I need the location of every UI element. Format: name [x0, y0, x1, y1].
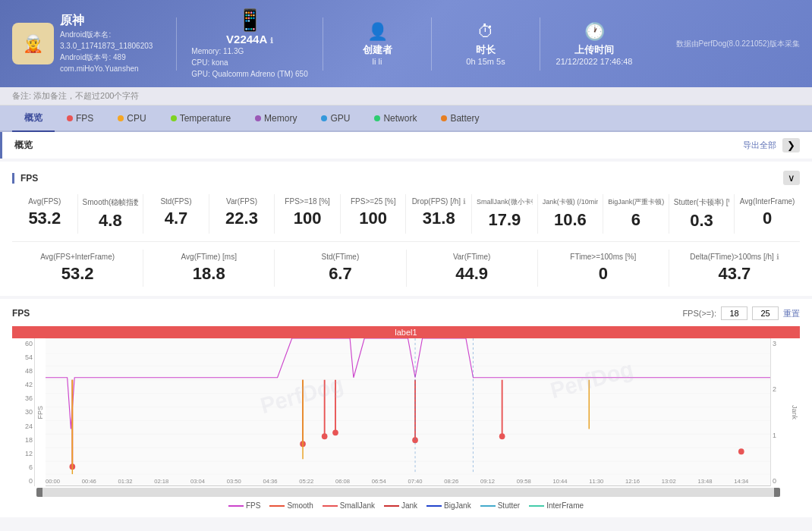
fps-chart-section: FPS FPS(>=): 重置 label1 60 54 48 42 36 30 [0, 299, 812, 517]
svg-text:03:50: 03:50 [227, 478, 242, 485]
device-section: 📱 V2244A ℹ Memory: 11.3G CPU: kona GPU: … [189, 8, 310, 80]
svg-text:PerfDog: PerfDog [548, 357, 636, 404]
legend-bigjank-dot [426, 505, 442, 507]
svg-text:10:44: 10:44 [553, 478, 568, 485]
stat-std-fps: Std(FPS) 4.7 [143, 194, 209, 234]
svg-text:09:12: 09:12 [480, 478, 495, 485]
main-content: 概览 导出全部 ❯ FPS ∨ Avg(FPS) 53.2 Smooth(稳帧指… [0, 132, 812, 531]
tab-fps[interactable]: FPS [55, 107, 105, 130]
stat-bigjank: BigJank(严重卡顿) (/10min) ℹ 6 [603, 194, 669, 234]
stat-avg-interframe: Avg(InterFrame) 0 [735, 194, 800, 234]
app-name: 原神 [60, 13, 153, 29]
legend-smalljank: SmallJank [323, 501, 375, 510]
tab-overview[interactable]: 概览 [12, 105, 55, 132]
chart-title: FPS [12, 308, 30, 319]
stat-smalljank: SmallJank(微小卡顿) (/10min) ℹ 17.9 [472, 194, 538, 234]
device-specs: Memory: 11.3G CPU: kona GPU: Qualcomm Ad… [191, 46, 307, 80]
phone-icon: 📱 [237, 8, 263, 33]
svg-point-22 [499, 433, 505, 439]
temp-dot [171, 115, 177, 121]
legend-smooth-dot [269, 505, 285, 507]
stat-var-fps: Var(FPS) 22.3 [209, 194, 275, 234]
fps-line [46, 338, 770, 429]
network-dot [374, 115, 380, 121]
chart-wrapper: label1 60 54 48 42 36 30 24 18 12 6 0 F [12, 326, 800, 497]
stat-smooth: Smooth(稳帧指数) ℹ 4.8 [78, 194, 144, 234]
app-header: 🧝 原神 Android版本名: 3.3.0_11741873_11806203… [0, 0, 812, 87]
divider4 [540, 17, 540, 71]
chart-legend: FPS Smooth SmallJank Jank BigJank Stutte… [12, 501, 800, 510]
legend-stutter-dot [480, 505, 496, 507]
chevron-button[interactable]: ❯ [782, 138, 800, 152]
export-button[interactable]: 导出全部 [743, 140, 776, 151]
notes-bar[interactable]: 备注: 添加备注，不超过200个字符 [0, 87, 812, 105]
upload-stat: 🕐 上传时间 21/12/2022 17:46:48 [552, 22, 636, 66]
svg-text:12:16: 12:16 [625, 478, 640, 485]
stat-ftime-ge100: FTime>=100ms [%] 0 [538, 250, 669, 287]
stat-fps-ge25: FPS>=25 [%] 100 [341, 194, 407, 234]
svg-text:05:22: 05:22 [299, 478, 313, 485]
overview-title: 概览 [14, 139, 33, 152]
stat-avg-fps-inter: Avg(FPS+InterFrame) 53.2 [12, 250, 143, 287]
scrollbar-left-handle[interactable] [36, 488, 42, 497]
tab-memory[interactable]: Memory [243, 107, 309, 130]
svg-text:00:46: 00:46 [82, 478, 96, 485]
duration-stat: ⏱ 时长 0h 15m 5s [444, 22, 527, 66]
fps-threshold-input-1[interactable] [721, 306, 747, 320]
y-axis-right: 3 2 1 0 [770, 338, 789, 486]
creator-icon: 👤 [367, 22, 388, 42]
svg-text:06:54: 06:54 [372, 478, 387, 485]
memory-dot [255, 115, 261, 121]
svg-point-28 [738, 448, 744, 454]
y-axis-right-label: Jank [789, 404, 800, 421]
tab-network[interactable]: Network [362, 107, 429, 130]
stat-stutter: Stutter(卡顿率) [%] 0.3 [669, 194, 735, 234]
header-watermark: 数据由PerfDog(8.0.221052)版本采集 [676, 39, 800, 49]
svg-text:07:40: 07:40 [408, 478, 423, 485]
fps-stats-header: FPS ∨ [12, 171, 800, 185]
svg-text:03:04: 03:04 [190, 478, 206, 485]
chart-controls: FPS FPS(>=): 重置 [12, 306, 800, 320]
stat-avg-fps: Avg(FPS) 53.2 [12, 194, 78, 234]
tab-battery[interactable]: Battery [429, 107, 491, 130]
fps-dot [67, 115, 73, 121]
app-text: 原神 Android版本名: 3.3.0_11741873_11806203 A… [60, 13, 153, 74]
svg-text:08:26: 08:26 [444, 478, 458, 485]
duration-icon: ⏱ [477, 22, 494, 42]
scrollbar-right-handle[interactable] [774, 488, 780, 497]
tab-gpu[interactable]: GPU [309, 107, 362, 130]
legend-smooth: Smooth [269, 501, 313, 510]
chart-bar-label: label1 [12, 326, 800, 338]
divider3 [431, 17, 432, 71]
svg-text:13:48: 13:48 [698, 478, 713, 485]
svg-text:PerfDog: PerfDog [258, 372, 346, 419]
fps-collapse-button[interactable]: ∨ [783, 171, 800, 185]
svg-text:13:02: 13:02 [662, 478, 676, 485]
tab-cpu[interactable]: CPU [105, 107, 158, 130]
device-info-icon: ℹ [270, 36, 273, 45]
creator-stat: 👤 创建者 li li [335, 22, 419, 66]
fps-stats-row1: Avg(FPS) 53.2 Smooth(稳帧指数) ℹ 4.8 Std(FPS… [12, 194, 800, 234]
fps-threshold-input-2[interactable] [752, 306, 779, 320]
svg-text:11:30: 11:30 [589, 478, 604, 485]
divider [176, 17, 177, 71]
gpu-dot [321, 115, 327, 121]
upload-icon: 🕐 [584, 22, 605, 42]
fps-stats-row2: Avg(FPS+InterFrame) 53.2 Avg(FTime) [ms]… [12, 241, 800, 287]
svg-text:01:32: 01:32 [118, 478, 133, 485]
avatar: 🧝 [12, 23, 54, 64]
divider2 [323, 17, 323, 71]
legend-interframe: InterFrame [529, 501, 584, 510]
cpu-dot [118, 115, 124, 121]
tab-temperature[interactable]: Temperature [159, 107, 243, 130]
stat-fps-ge18: FPS>=18 [%] 100 [275, 194, 341, 234]
legend-fps-dot [228, 505, 244, 507]
chart-scrollbar[interactable] [36, 488, 780, 497]
svg-text:02:18: 02:18 [154, 478, 168, 485]
app-detail: Android版本名: 3.3.0_11741873_11806203 Andr… [60, 29, 153, 74]
svg-text:00:00: 00:00 [46, 478, 61, 485]
fps-chart-svg: 00:00 00:46 01:32 02:18 03:04 03:50 04:3… [46, 338, 770, 486]
legend-fps: FPS [228, 501, 260, 510]
stat-jank: Jank(卡顿) (/10min) ℹ 10.6 [538, 194, 604, 234]
reset-button[interactable]: 重置 [783, 308, 800, 319]
